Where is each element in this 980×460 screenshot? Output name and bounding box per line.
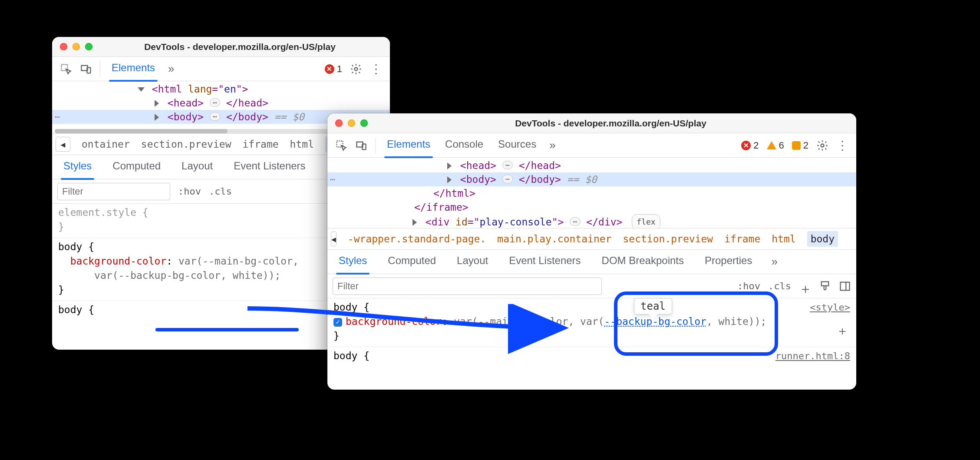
breadcrumb: ◀ -wrapper.standard-page. main.play.cont… xyxy=(327,228,856,250)
collapsed-ellipsis-icon[interactable]: ⋯ xyxy=(210,98,220,107)
tab-elements[interactable]: Elements xyxy=(383,136,434,156)
error-count-value: 1 xyxy=(337,63,342,75)
breadcrumb-item[interactable]: main.play.container xyxy=(497,233,611,245)
eq0-marker: == xyxy=(274,111,293,122)
collapsed-ellipsis-icon[interactable]: ⋯ xyxy=(210,112,220,121)
selector: body { xyxy=(58,241,94,252)
selected-row-gutter-icon: ⋯ xyxy=(330,172,337,186)
computed-styles-panel-icon[interactable] xyxy=(839,280,851,292)
breadcrumb-item[interactable]: section.preview xyxy=(623,233,713,245)
breadcrumb-prev-button[interactable]: ◀ xyxy=(331,232,337,246)
subtab-event-listeners[interactable]: Event Listeners xyxy=(505,252,584,272)
error-count[interactable]: ✕ 2 xyxy=(741,140,759,151)
subtab-event-listeners[interactable]: Event Listeners xyxy=(230,157,309,177)
selector: body { xyxy=(333,301,370,313)
zoom-dot[interactable] xyxy=(360,119,368,127)
styles-filter-input[interactable] xyxy=(57,183,170,200)
breadcrumb-prev-button[interactable]: ◀ xyxy=(56,137,70,152)
breadcrumb-item[interactable]: ontainer xyxy=(82,139,130,150)
settings-gear-icon[interactable] xyxy=(350,63,362,75)
head-open-tag: <head> xyxy=(460,160,496,171)
svg-rect-10 xyxy=(841,282,850,290)
traffic-lights xyxy=(335,119,368,127)
more-subtabs-chevron-icon[interactable]: » xyxy=(769,255,779,268)
breadcrumb-item[interactable]: -wrapper.standard-page. xyxy=(348,233,486,245)
add-property-plus-icon[interactable]: ＋ xyxy=(836,324,848,338)
hov-toggle[interactable]: :hov xyxy=(737,281,760,291)
hov-toggle[interactable]: :hov xyxy=(178,186,201,197)
css-rule-body-next[interactable]: runner.html:8 body { xyxy=(327,347,856,367)
css-property-name: background-color xyxy=(70,255,167,267)
error-count[interactable]: ✕ 1 xyxy=(325,63,342,75)
kebab-menu-icon[interactable]: ⋮ xyxy=(836,139,848,152)
property-enable-checkbox[interactable]: ✓ xyxy=(333,318,342,327)
subtab-properties[interactable]: Properties xyxy=(701,252,756,272)
info-count[interactable]: 2 xyxy=(792,140,808,151)
breadcrumb-item[interactable]: html xyxy=(772,233,795,245)
subtab-styles[interactable]: Styles xyxy=(60,157,95,177)
css-var-fn: var( xyxy=(454,316,478,327)
zoom-dot[interactable] xyxy=(85,43,92,50)
expand-caret-icon[interactable] xyxy=(155,114,159,121)
warning-count[interactable]: 6 xyxy=(767,140,784,151)
close-dot[interactable] xyxy=(335,119,343,127)
device-icon[interactable] xyxy=(80,63,92,75)
breadcrumb-item[interactable]: iframe xyxy=(243,139,279,150)
breadcrumb-item[interactable]: html xyxy=(290,139,314,150)
more-tabs-chevron-icon[interactable]: » xyxy=(166,62,176,76)
body-open-tag: <body> xyxy=(168,111,204,122)
head-close-tag: </head> xyxy=(519,160,561,171)
subtab-layout[interactable]: Layout xyxy=(178,157,216,177)
subtab-dom-breakpoints[interactable]: DOM Breakpoints xyxy=(598,252,687,272)
styles-filter-input[interactable] xyxy=(333,278,602,295)
expand-caret-icon[interactable] xyxy=(155,100,159,107)
css-var-name: --backup-bg-color xyxy=(118,270,220,281)
close-dot[interactable] xyxy=(60,43,67,50)
cls-toggle[interactable]: .cls xyxy=(209,186,232,197)
subtab-computed[interactable]: Computed xyxy=(384,252,439,272)
tab-console[interactable]: Console xyxy=(442,136,487,156)
breadcrumb-item[interactable]: iframe xyxy=(724,233,760,245)
minimize-dot[interactable] xyxy=(348,119,355,127)
device-icon[interactable] xyxy=(355,139,367,152)
css-var-fn: var( xyxy=(580,316,604,327)
inspect-icon[interactable] xyxy=(60,63,72,75)
tab-sources[interactable]: Sources xyxy=(495,136,540,156)
traffic-lights xyxy=(60,43,92,50)
subtab-layout[interactable]: Layout xyxy=(453,252,492,272)
collapsed-ellipsis-icon[interactable]: ⋯ xyxy=(502,175,513,183)
selected-row-gutter-icon: ⋯ xyxy=(55,110,61,124)
inspect-icon[interactable] xyxy=(335,139,347,152)
main-toolbar: Elements » ✕ 1 ⋮ xyxy=(52,57,390,81)
expand-caret-icon[interactable] xyxy=(412,219,417,226)
expand-caret-icon[interactable] xyxy=(447,162,452,169)
eq0-marker: == $0 xyxy=(567,174,597,185)
settings-gear-icon[interactable] xyxy=(816,139,828,152)
subtab-computed[interactable]: Computed xyxy=(109,157,164,177)
warning-count-value: 6 xyxy=(779,140,784,151)
minimize-dot[interactable] xyxy=(73,43,80,50)
tab-elements[interactable]: Elements xyxy=(108,59,158,79)
more-tabs-chevron-icon[interactable]: » xyxy=(548,139,557,152)
breadcrumb-item[interactable]: section.preview xyxy=(141,139,231,150)
annotation-underline xyxy=(155,328,299,331)
subtab-styles[interactable]: Styles xyxy=(335,252,370,272)
dom-tree[interactable]: <head> ⋯ </head> ⋯ <body> ⋯ </body> == $… xyxy=(327,158,856,228)
stylesheet-source[interactable]: <style> xyxy=(810,300,850,314)
paint-brush-icon[interactable] xyxy=(819,280,831,292)
css-property-name: background-color xyxy=(346,316,442,327)
expand-caret-icon[interactable] xyxy=(138,87,145,92)
breadcrumb-item-selected[interactable]: body xyxy=(807,231,838,247)
css-rule-body[interactable]: <style> body { ✓background-color: var(--… xyxy=(327,298,856,347)
collapsed-ellipsis-icon[interactable]: ⋯ xyxy=(502,161,513,169)
css-var-name: --main-bg-color xyxy=(202,255,293,267)
cls-toggle[interactable]: .cls xyxy=(768,281,791,291)
stylesheet-source[interactable]: runner.html:8 xyxy=(775,349,850,363)
flex-badge[interactable]: flex xyxy=(632,214,660,228)
expand-caret-icon[interactable] xyxy=(447,176,452,183)
warning-icon xyxy=(767,141,776,149)
collapsed-ellipsis-icon[interactable]: ⋯ xyxy=(570,217,580,226)
new-rule-plus-icon[interactable]: ＋ xyxy=(799,280,811,292)
kebab-menu-icon[interactable]: ⋮ xyxy=(370,63,382,75)
head-close-tag: </head> xyxy=(226,97,268,109)
